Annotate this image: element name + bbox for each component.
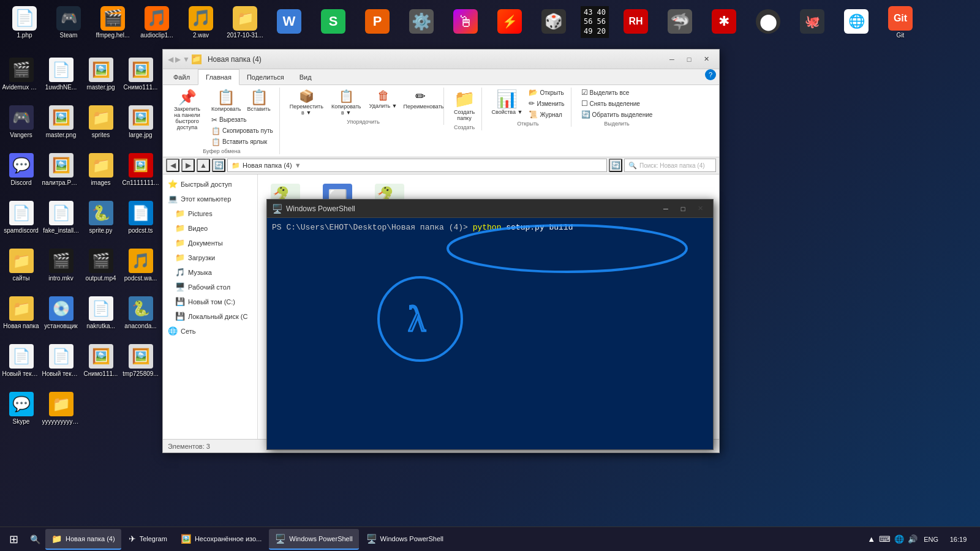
top-icon-2wav[interactable]: 🎵 2.wav (179, 0, 222, 44)
taskbar-btn-ps2[interactable]: 🖥️ Windows PowerShell (360, 529, 450, 550)
sidebar-item-drive-c-new[interactable]: 💾 Новый том (C:) (163, 294, 257, 309)
refresh-button[interactable]: 🔄 (212, 159, 225, 172)
ribbon-move-button[interactable]: 📦 Переместить в ▼ (287, 88, 326, 118)
sidebar-item-downloads[interactable]: 📁 Загрузки (163, 250, 257, 265)
ribbon-invertselect-button[interactable]: 🔄 Обратить выделение (579, 110, 655, 119)
top-icon-wps[interactable]: W (268, 0, 311, 44)
top-icon-clock[interactable]: 43 4056 5649 20 (576, 0, 613, 44)
sidebar-item-music[interactable]: 🎵 Музыка (163, 265, 257, 280)
top-icon-audioclip[interactable]: 🎵 audioclip1... (135, 0, 178, 44)
desktop-icon-saity[interactable]: 📁 сайты (1, 241, 41, 289)
sidebar-item-desktop[interactable]: 🖥️ Рабочий стол (163, 280, 257, 294)
desktop-icon-yyyyyyy[interactable]: 📁 yyyyyyyyyyy... (41, 384, 81, 432)
desktop-icon-masterjpg[interactable]: 🖼️ master.jpg (81, 50, 121, 98)
ps-close-button[interactable]: ✕ (692, 203, 708, 215)
desktop-icon-novayapapka[interactable]: 📁 Новая папка (1, 289, 41, 337)
desktop-icon-outputmp4[interactable]: 🎬 output.mp4 (81, 241, 121, 289)
top-icon-rh[interactable]: RH (614, 0, 657, 44)
top-icon-flash[interactable]: ⚡ (488, 0, 531, 44)
ribbon-rename-button[interactable]: ✏ Переименовать (401, 88, 440, 118)
ribbon-edit-button[interactable]: ✏ Изменить (526, 99, 567, 108)
address-bar[interactable]: 📁 Новая папка (4) ▼ (227, 159, 607, 172)
taskbar-clock[interactable]: 16:19 (944, 536, 972, 543)
top-icon-unity[interactable]: 🎲 (532, 0, 575, 44)
sidebar-item-video[interactable]: 📁 Видео (163, 221, 257, 236)
taskbar-btn-explorer[interactable]: 📁 Новая папка (4) (45, 529, 121, 550)
tab-share[interactable]: Поделиться (239, 69, 292, 85)
up-button[interactable]: ▲ (197, 159, 210, 172)
ps-content[interactable]: PS C:\Users\EHOT\Desktop\Новая папка (4)… (267, 218, 713, 449)
taskbar-btn-ps1[interactable]: 🖥️ Windows PowerShell (269, 529, 358, 550)
top-icon-wps-pres[interactable]: P (356, 0, 399, 44)
tab-file[interactable]: Файл (166, 69, 198, 85)
ribbon-selectall-button[interactable]: ☑ Выделить все (579, 88, 655, 97)
ribbon-history-button[interactable]: 📜 Журнал (526, 110, 567, 119)
forward-button[interactable]: ▶ (181, 159, 195, 172)
ribbon-copyto-button[interactable]: 📋 Копировать в ▼ (327, 88, 366, 118)
sidebar-item-network[interactable]: 🌐 Сеть (163, 324, 257, 339)
ribbon-pin-button[interactable]: 📌 Закрепить на панели быстрого доступа (168, 88, 206, 132)
desktop-icon-podcstwav[interactable]: 🎵 podcst.wa... (121, 241, 160, 289)
desktop-icon-largejpg[interactable]: 🖼️ large.jpg (121, 98, 160, 146)
sidebar-item-drive-local[interactable]: 💾 Локальный диск (C (163, 309, 257, 324)
back-button[interactable]: ◀ (166, 159, 179, 172)
top-icon-git[interactable]: Git Git (879, 0, 922, 44)
ribbon-delete-button[interactable]: 🗑 Удалить ▼ (367, 88, 400, 118)
desktop-icon-skype[interactable]: 💬 Skype (1, 384, 41, 432)
desktop-icon-vangers[interactable]: 🎮 Vangers (1, 98, 41, 146)
desktop-icon-podctsts[interactable]: 📄 podcst.ts (121, 193, 160, 241)
ribbon-paste-button[interactable]: 📋 Вставить (244, 88, 273, 114)
top-icon-steam[interactable]: 🎮 Steam (47, 0, 90, 44)
top-icon-circle[interactable]: ⬤ (747, 0, 790, 44)
ribbon-copy-button[interactable]: 📋 Копировать (209, 88, 243, 114)
desktop-icon-novytekst2[interactable]: 📄 Новый текстов... (41, 337, 81, 384)
desktop-icon-spritepy[interactable]: 🐍 sprite.py (81, 193, 121, 241)
address-refresh-button[interactable]: 🔄 (609, 159, 622, 172)
ribbon-open-button[interactable]: 📂 Открыть (526, 88, 567, 97)
desktop-icon-anaconda[interactable]: 🐍 anaconda... (121, 289, 160, 337)
taskbar-btn-telegram[interactable]: ✈ Telegram (123, 529, 173, 550)
ribbon-deselectall-button[interactable]: ☐ Снять выделение (579, 99, 655, 108)
sidebar-item-quickaccess[interactable]: ⭐ Быстрый доступ (163, 177, 257, 192)
ps-minimize-button[interactable]: ─ (658, 203, 674, 215)
tray-network-icon[interactable]: 🌐 (894, 534, 904, 544)
top-icon-1php[interactable]: 📄 1.php (3, 0, 46, 44)
tray-keyboard-icon[interactable]: ⌨ (879, 534, 891, 544)
top-icon-wps-sheets[interactable]: S (312, 0, 355, 44)
tab-view[interactable]: Вид (292, 69, 320, 85)
desktop-icon-tmp[interactable]: 🖼️ tmp725809... (121, 337, 160, 384)
start-button[interactable]: ⊞ (3, 529, 24, 550)
address-dropdown-icon[interactable]: ▼ (295, 162, 301, 169)
desktop-icon-1uwdh[interactable]: 📄 1uwdhNE... (41, 50, 81, 98)
top-icon-settings[interactable]: ⚙️ (400, 0, 443, 44)
desktop-icon-ustanovshik[interactable]: 💿 установщик (41, 289, 81, 337)
desktop-icon-snimo2[interactable]: 🖼️ Снимо111... (81, 337, 121, 384)
sidebar-item-documents[interactable]: 📁 Документы (163, 236, 257, 250)
search-bar[interactable]: 🔍 Поиск: Новая папка (4) (624, 159, 716, 172)
close-button[interactable]: ✕ (698, 53, 714, 66)
tray-arrow-icon[interactable]: ▲ (867, 534, 875, 544)
ribbon-properties-button[interactable]: 📊 Свойства ▼ (489, 88, 526, 119)
help-button[interactable]: ? (705, 69, 716, 80)
desktop-icon-palitra[interactable]: 🖼️ палитра.PNG (41, 146, 81, 193)
desktop-icon-intromkv[interactable]: 🎬 intro.mkv (41, 241, 81, 289)
top-icon-2017folder[interactable]: 📁 2017-10-31... (224, 0, 266, 44)
desktop-icon-images[interactable]: 📁 images (81, 146, 121, 193)
desktop-icon-spamdiscord[interactable]: 📄 spamdiscord (1, 193, 41, 241)
taskbar-lang[interactable]: ENG (924, 536, 938, 543)
desktop-icon-discord[interactable]: 💬 Discord (1, 146, 41, 193)
top-icon-ffmpeg[interactable]: 🎬 ffmpeg.hel... (91, 0, 134, 44)
tab-home[interactable]: Главная (198, 69, 239, 85)
sidebar-item-computer[interactable]: 💻 Этот компьютер (163, 192, 257, 206)
top-icon-asterisk[interactable]: ✱ (703, 0, 745, 44)
ribbon-cut-button[interactable]: ✂ Вырезать (209, 115, 276, 125)
minimize-button[interactable]: ─ (664, 53, 680, 66)
top-icon-shark[interactable]: 🦈 (658, 0, 701, 44)
desktop-icon-novytekst1[interactable]: 📄 Новый текстовый... (1, 337, 41, 384)
ps-maximize-button[interactable]: □ (675, 203, 691, 215)
ribbon-copy-path-button[interactable]: 📋 Скопировать путь (209, 126, 276, 136)
desktop-icon-avidemux[interactable]: 🎬 Avidemux 2.6 - 64 bits (1, 50, 41, 98)
tray-sound-icon[interactable]: 🔊 (908, 534, 918, 544)
ribbon-paste-shortcut-button[interactable]: 📋 Вставить ярлык (209, 137, 276, 147)
top-icon-chrome[interactable]: 🌐 (835, 0, 878, 44)
